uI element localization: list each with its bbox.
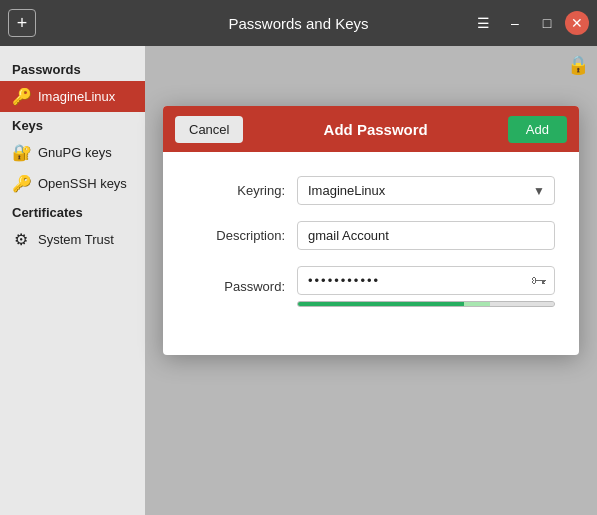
key-icon: 🗝 bbox=[531, 272, 547, 289]
system-trust-icon: ⚙ bbox=[12, 230, 30, 249]
maximize-button[interactable]: □ bbox=[533, 9, 561, 37]
description-control bbox=[297, 221, 555, 250]
hamburger-icon: ☰ bbox=[477, 15, 490, 31]
keys-section-label: Keys bbox=[0, 112, 145, 137]
password-control: 🗝 bbox=[297, 266, 555, 307]
cancel-button[interactable]: Cancel bbox=[175, 116, 243, 143]
password-wrapper: 🗝 bbox=[297, 266, 555, 295]
password-strength-bar bbox=[297, 301, 555, 307]
dialog-body: Keyring: ImagineLinux Default ▼ Descript… bbox=[163, 152, 579, 355]
window-title: Passwords and Keys bbox=[228, 15, 368, 32]
keyring-row: Keyring: ImagineLinux Default ▼ bbox=[187, 176, 555, 205]
titlebar-controls: ☰ – □ ✕ bbox=[469, 9, 589, 37]
sidebar-item-gnupg[interactable]: 🔐 GnuPG keys bbox=[0, 137, 145, 168]
dialog-title: Add Password bbox=[324, 121, 428, 138]
lock-icon: 🔒 bbox=[567, 54, 589, 76]
description-label: Description: bbox=[187, 228, 297, 243]
password-row: Password: 🗝 bbox=[187, 266, 555, 307]
password-reveal-button[interactable]: 🗝 bbox=[529, 270, 549, 292]
certificates-section-label: Certificates bbox=[0, 199, 145, 224]
keyring-control: ImagineLinux Default ▼ bbox=[297, 176, 555, 205]
strength-bar-medium bbox=[464, 302, 490, 306]
password-label: Password: bbox=[187, 279, 297, 294]
strength-bar-empty bbox=[490, 302, 554, 306]
close-button[interactable]: ✕ bbox=[565, 11, 589, 35]
hamburger-button[interactable]: ☰ bbox=[469, 9, 497, 37]
strength-bar-strong bbox=[298, 302, 464, 306]
content-area: 🔒 Cancel Add Password Add Keyring: Imagi… bbox=[145, 46, 597, 515]
dialog-header: Cancel Add Password Add bbox=[163, 106, 579, 152]
keyring-icon: 🔑 bbox=[12, 87, 30, 106]
main-area: Passwords 🔑 ImagineLinux Keys 🔐 GnuPG ke… bbox=[0, 46, 597, 515]
add-password-dialog: Cancel Add Password Add Keyring: Imagine… bbox=[163, 106, 579, 355]
sidebar-item-imaginelinux-label: ImagineLinux bbox=[38, 89, 115, 104]
close-icon: ✕ bbox=[571, 15, 583, 31]
sidebar-item-openssh-label: OpenSSH keys bbox=[38, 176, 127, 191]
sidebar-item-openssh[interactable]: 🔑 OpenSSH keys bbox=[0, 168, 145, 199]
maximize-icon: □ bbox=[543, 15, 551, 31]
keyring-select[interactable]: ImagineLinux Default bbox=[297, 176, 555, 205]
new-item-button[interactable]: + bbox=[8, 9, 36, 37]
sidebar: Passwords 🔑 ImagineLinux Keys 🔐 GnuPG ke… bbox=[0, 46, 145, 515]
minimize-icon: – bbox=[511, 15, 519, 31]
description-row: Description: bbox=[187, 221, 555, 250]
titlebar-left: + bbox=[8, 9, 36, 37]
keyring-label: Keyring: bbox=[187, 183, 297, 198]
gnupg-icon: 🔐 bbox=[12, 143, 30, 162]
password-input[interactable] bbox=[297, 266, 555, 295]
add-button[interactable]: Add bbox=[508, 116, 567, 143]
openssh-icon: 🔑 bbox=[12, 174, 30, 193]
minimize-button[interactable]: – bbox=[501, 9, 529, 37]
sidebar-item-system-trust-label: System Trust bbox=[38, 232, 114, 247]
description-input[interactable] bbox=[297, 221, 555, 250]
sidebar-item-gnupg-label: GnuPG keys bbox=[38, 145, 112, 160]
sidebar-item-system-trust[interactable]: ⚙ System Trust bbox=[0, 224, 145, 255]
titlebar: + Passwords and Keys ☰ – □ ✕ bbox=[0, 0, 597, 46]
passwords-section-label: Passwords bbox=[0, 56, 145, 81]
sidebar-item-imaginelinux[interactable]: 🔑 ImagineLinux bbox=[0, 81, 145, 112]
plus-icon: + bbox=[17, 13, 28, 34]
